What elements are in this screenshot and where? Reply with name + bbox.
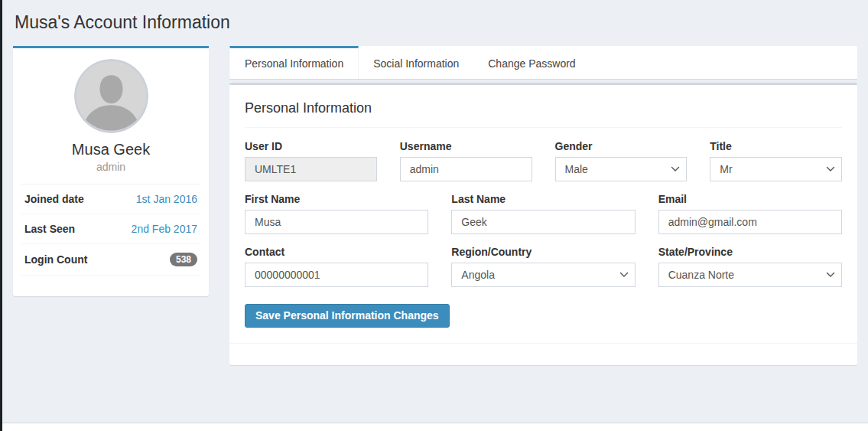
tab-label: Social Information xyxy=(373,57,459,70)
contact-label: Contact xyxy=(245,246,428,258)
contact-field[interactable] xyxy=(245,263,428,287)
panel-heading: Personal Information xyxy=(245,99,842,128)
last-seen-link[interactable]: 2nd Feb 2017 xyxy=(132,223,197,235)
region-country-select[interactable]: Angola xyxy=(451,263,635,287)
user-id-field xyxy=(245,157,377,181)
title-select[interactable]: Mr xyxy=(710,157,842,181)
stat-row-joined-date: Joined date 1st Jan 2016 xyxy=(21,184,201,214)
last-name-field[interactable] xyxy=(451,210,635,234)
gender-select-wrap: Male xyxy=(555,157,688,181)
stat-label: Joined date xyxy=(24,193,84,205)
account-settings-column: Personal Information Social Information … xyxy=(229,46,857,365)
profile-name: Musa Geek xyxy=(13,141,209,158)
email-label: Email xyxy=(658,193,842,205)
title-select-wrap: Mr xyxy=(710,157,842,181)
personal-information-form: User ID Username Gender xyxy=(245,140,842,328)
profile-card: Musa Geek admin Joined date 1st Jan 2016… xyxy=(13,46,209,296)
email-group: Email xyxy=(658,193,842,234)
avatar-wrap xyxy=(13,48,209,133)
tab-change-password[interactable]: Change Password xyxy=(473,46,590,79)
save-personal-information-button[interactable]: Save Personal Information Changes xyxy=(245,304,450,328)
last-name-label: Last Name xyxy=(451,193,635,205)
username-field[interactable] xyxy=(400,157,532,181)
gender-select[interactable]: Male xyxy=(555,157,688,181)
title-label: Title xyxy=(710,140,842,152)
state-select-wrap: Cuanza Norte xyxy=(658,263,842,287)
gender-group: Gender Male xyxy=(555,140,688,181)
account-tabs: Personal Information Social Information … xyxy=(229,46,857,79)
form-row-2: First Name Last Name Email xyxy=(245,193,842,234)
gender-label: Gender xyxy=(555,140,688,152)
form-row-3: Contact Region/Country Angola xyxy=(245,246,842,287)
account-information-page: Musa's Account Information Musa Geek adm… xyxy=(0,0,868,431)
login-count-badge: 538 xyxy=(170,253,197,266)
first-name-field[interactable] xyxy=(245,210,428,234)
username-group: Username xyxy=(400,140,532,181)
main-columns: Musa Geek admin Joined date 1st Jan 2016… xyxy=(13,46,857,365)
profile-stats-list: Joined date 1st Jan 2016 Last Seen 2nd F… xyxy=(21,184,201,276)
state-province-group: State/Province Cuanza Norte xyxy=(658,246,842,287)
username-label: Username xyxy=(400,140,532,152)
title-group: Title Mr xyxy=(710,140,842,181)
region-country-label: Region/Country xyxy=(451,246,635,258)
content-wrapper: Musa's Account Information Musa Geek adm… xyxy=(2,0,868,365)
tab-social-information[interactable]: Social Information xyxy=(359,46,473,79)
stat-label: Last Seen xyxy=(24,223,75,235)
person-silhouette-icon xyxy=(74,59,148,133)
first-name-group: First Name xyxy=(245,193,428,234)
region-country-group: Region/Country Angola xyxy=(451,246,635,287)
state-province-select[interactable]: Cuanza Norte xyxy=(658,263,842,287)
page-footer xyxy=(2,423,868,431)
panel-footer xyxy=(229,343,857,365)
page-title: Musa's Account Information xyxy=(13,0,857,46)
stat-label: Login Count xyxy=(24,253,87,266)
collapsed-sidebar-edge xyxy=(0,0,2,431)
profile-role: admin xyxy=(13,161,209,173)
state-province-label: State/Province xyxy=(658,246,842,258)
region-select-wrap: Angola xyxy=(451,263,635,287)
tab-personal-information[interactable]: Personal Information xyxy=(229,46,359,79)
joined-date-link[interactable]: 1st Jan 2016 xyxy=(136,193,197,205)
stat-row-last-seen: Last Seen 2nd Feb 2017 xyxy=(21,214,201,243)
stat-row-login-count: Login Count 538 xyxy=(21,243,201,276)
email-field[interactable] xyxy=(658,210,842,234)
last-name-group: Last Name xyxy=(451,193,635,234)
user-id-label: User ID xyxy=(245,140,377,152)
form-row-1: User ID Username Gender xyxy=(245,140,842,181)
tab-label: Change Password xyxy=(488,57,575,70)
panel-body: Personal Information User ID Username xyxy=(229,85,857,343)
tab-label: Personal Information xyxy=(245,57,343,70)
contact-group: Contact xyxy=(245,246,428,287)
user-id-group: User ID xyxy=(245,140,377,181)
first-name-label: First Name xyxy=(245,193,428,205)
personal-information-panel: Personal Information User ID Username xyxy=(229,83,857,365)
